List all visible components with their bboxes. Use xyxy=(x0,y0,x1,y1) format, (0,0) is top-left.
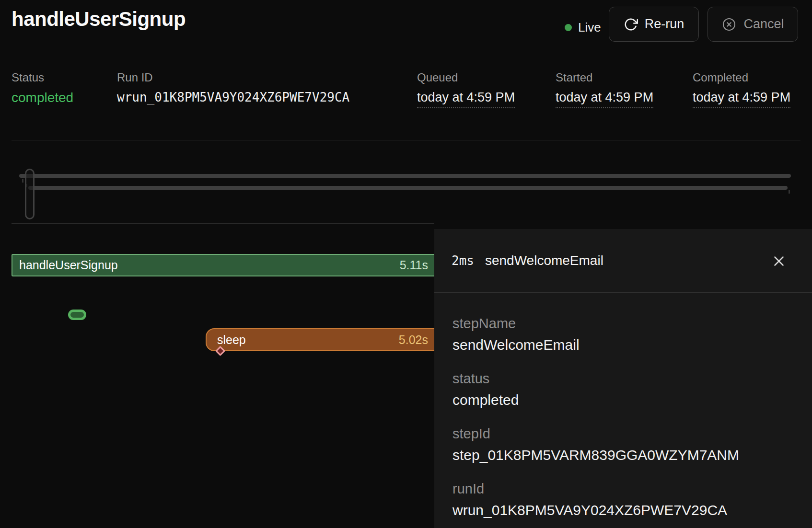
timeline-span-handleusersignup[interactable]: handleUserSignup 5.11s xyxy=(12,254,434,276)
circle-x-icon xyxy=(721,17,737,32)
run-id-value: wrun_01K8PM5VA9Y024XZ6PWE7V29CA xyxy=(117,90,349,104)
timeline-span-sleep[interactable]: sleep 5.02s xyxy=(206,328,434,351)
detail-row-status: status completed xyxy=(452,371,793,408)
meta-label-completed: Completed xyxy=(693,71,748,84)
meta-label-run-id: Run ID xyxy=(117,71,153,84)
span-duration: 5.11s xyxy=(400,258,428,272)
rerun-button-label: Re-run xyxy=(645,17,684,32)
step-detail-title: sendWelcomeEmail xyxy=(485,253,603,268)
run-status-value: completed xyxy=(12,90,73,105)
detail-label: status xyxy=(452,371,793,387)
live-label: Live xyxy=(578,20,601,35)
step-duration-badge: 2ms xyxy=(452,253,474,268)
completed-time-value: today at 4:59 PM xyxy=(693,90,790,108)
meta-divider xyxy=(12,140,800,140)
timeline-divider xyxy=(12,223,434,224)
workflow-run-page: handleUserSignup Live Re-run Cancel Stat… xyxy=(0,0,812,528)
page-title: handleUserSignup xyxy=(12,8,186,31)
refresh-icon xyxy=(624,17,638,32)
cancel-button-label: Cancel xyxy=(743,17,784,32)
detail-label: runId xyxy=(452,481,793,497)
detail-value: completed xyxy=(452,392,793,408)
detail-value: sendWelcomeEmail xyxy=(452,337,793,353)
detail-value: wrun_01K8PM5VA9Y024XZ6PWE7V29CA xyxy=(452,502,793,518)
minimap-event-tick xyxy=(789,190,790,194)
span-label: sleep xyxy=(217,333,246,347)
meta-label-queued: Queued xyxy=(417,71,458,84)
close-icon xyxy=(771,264,787,271)
live-status-dot-icon xyxy=(565,24,572,31)
meta-label-started: Started xyxy=(556,71,592,84)
detail-row-runid: runId wrun_01K8PM5VA9Y024XZ6PWE7V29CA xyxy=(452,481,793,518)
step-detail-body: stepName sendWelcomeEmail status complet… xyxy=(434,293,812,518)
meta-label-status: Status xyxy=(12,71,44,84)
minimap-bar-workflow xyxy=(19,174,791,178)
step-detail-panel: 2ms sendWelcomeEmail stepName sendWelcom… xyxy=(434,229,812,528)
close-panel-button[interactable] xyxy=(771,253,787,269)
detail-value: step_01K8PM5VARM839GGA0WZYM7ANM xyxy=(452,447,793,463)
step-detail-header: 2ms sendWelcomeEmail xyxy=(434,229,812,293)
cancel-button[interactable]: Cancel xyxy=(708,7,798,42)
detail-row-stepname: stepName sendWelcomeEmail xyxy=(452,316,793,353)
rerun-button[interactable]: Re-run xyxy=(609,7,699,42)
timeline-event-pill[interactable] xyxy=(68,310,86,320)
started-time-value: today at 4:59 PM xyxy=(556,90,653,108)
minimap-bar-sleep xyxy=(28,186,788,190)
queued-time-value: today at 4:59 PM xyxy=(417,90,515,108)
detail-label: stepName xyxy=(452,316,793,332)
span-label: handleUserSignup xyxy=(19,258,118,272)
minimap-event-tick xyxy=(22,179,23,183)
span-duration: 5.02s xyxy=(399,333,428,347)
detail-label: stepId xyxy=(452,426,793,442)
detail-row-stepid: stepId step_01K8PM5VARM839GGA0WZYM7ANM xyxy=(452,426,793,463)
live-indicator: Live xyxy=(565,12,601,42)
minimap-brush-handle[interactable] xyxy=(25,169,35,219)
